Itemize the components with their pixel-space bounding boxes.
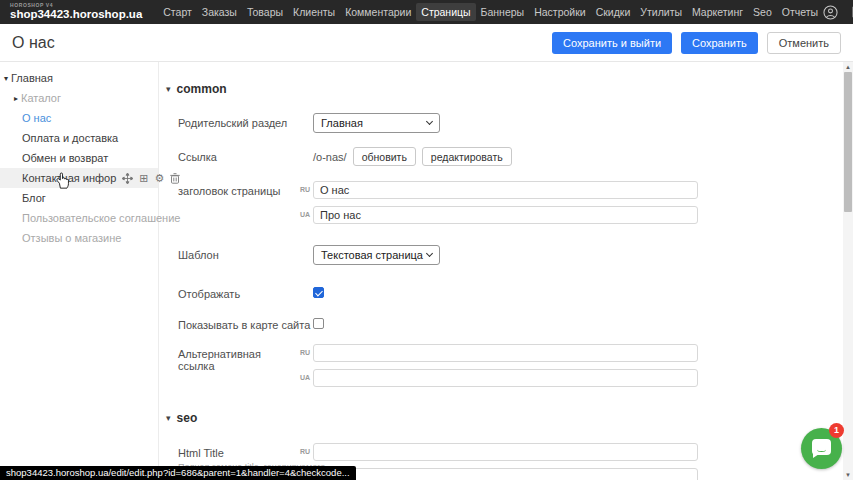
app-window: HOROSHOP V4 shop34423.horoshop.ua Старт … [0,0,853,480]
page-header: О нас Сохранить и выйти Сохранить Отмени… [0,24,853,62]
template-row: Шаблон Текстовая страница [178,245,440,265]
page-title-ua-row: UA [178,206,698,224]
topbar: HOROSHOP V4 shop34423.horoshop.ua Старт … [0,0,853,24]
scroll-up-icon[interactable]: ▲ [843,62,853,72]
chat-bubble-icon [812,439,831,455]
section-seo[interactable]: ▾ seo [166,411,197,425]
sidebar-item-contacts[interactable]: Контактная инфор ⊞ ⚙ [0,168,158,188]
sitemap-label: Показывать в карте сайта [178,315,313,331]
menu-item-clients[interactable]: Клиенты [288,3,340,21]
brand-domain: shop34423.horoshop.ua [10,9,142,21]
display-label: Отображать [178,284,313,300]
link-edit-button[interactable]: редактировать [422,147,512,166]
move-icon[interactable] [122,173,133,184]
lang-ru-tag: RU [296,443,310,455]
sidebar-divider [158,62,159,480]
brand-logo[interactable]: HOROSHOP V4 shop34423.horoshop.ua [10,3,142,21]
alt-link-ru-input[interactable] [313,344,698,362]
settings-icon[interactable]: ⚙ [155,173,165,184]
lang-ua-tag: UA [296,206,310,218]
save-button[interactable]: Сохранить [681,32,758,54]
scrollbar-thumb[interactable] [844,72,852,212]
sitemap-row: Показывать в карте сайта [178,315,324,331]
link-label: Ссылка [178,147,313,163]
section-caret-icon: ▾ [166,84,171,94]
menu-item-comments[interactable]: Комментарии [340,3,416,21]
account-icon[interactable] [823,5,838,20]
sidebar-item-blog[interactable]: Блог [0,188,158,208]
sidebar-item-about[interactable]: О нас [0,108,158,128]
html-title-ru-input[interactable] [313,443,698,461]
display-row: Отображать [178,284,324,300]
delete-icon[interactable] [170,173,180,184]
caret-expanded-icon[interactable]: ▾ [4,74,8,83]
scroll-down-icon[interactable]: ▼ [843,470,853,480]
lang-ru-tag: RU [296,344,310,356]
tree-row-actions: ⊞ ⚙ [122,173,180,184]
sidebar-item-exchange-return[interactable]: Обмен и возврат [0,148,158,168]
parent-section-row: Родительский раздел Главная [178,113,440,133]
add-icon[interactable]: ⊞ [139,173,148,184]
menu-item-discounts[interactable]: Скидки [591,3,636,21]
menu-item-banners[interactable]: Баннеры [476,3,530,21]
sidebar-item-reviews[interactable]: Отзывы о магазине [0,228,158,248]
chat-unread-badge: 1 [829,423,844,438]
parent-section-label: Родительский раздел [178,113,313,129]
template-select[interactable]: Текстовая страница [313,245,440,265]
alt-link-ru-row: Альтернативная ссылка RU [178,344,698,372]
page-title: О нас [12,34,55,52]
save-and-exit-button[interactable]: Сохранить и выйти [552,32,672,54]
page-title-label: заголовок страницы [178,181,296,197]
chevron-down-icon [426,118,433,125]
template-label: Шаблон [178,245,313,261]
page-title-ru-row: заголовок страницы RU [178,181,698,199]
alt-link-label: Альтернативная ссылка [178,344,296,372]
sidebar-item-catalog[interactable]: ▸ Каталог [0,88,158,108]
menu-item-products[interactable]: Товары [242,3,288,21]
menu-item-seo[interactable]: Seo [748,3,777,21]
alt-link-ua-input[interactable] [313,369,698,387]
sidebar-item-terms[interactable]: Пользовательское соглашение [0,208,158,228]
sitemap-checkbox[interactable] [313,318,324,329]
page-title-ua-input[interactable] [313,206,698,224]
topbar-icons [823,5,853,20]
pages-tree-sidebar: ▾ Главная ▸ Каталог О нас Оплата и доста… [0,62,158,480]
browser-status-bar: shop34423.horoshop.ua/edit/edit.php?id=6… [0,466,356,480]
display-checkbox[interactable] [313,287,324,298]
sidebar-item-home[interactable]: ▾ Главная [0,68,158,88]
cancel-button[interactable]: Отменить [767,32,841,54]
alt-link-ua-row: UA [178,369,698,387]
parent-section-select[interactable]: Главная [313,113,440,133]
section-common[interactable]: ▾ common [166,82,227,96]
vertical-scrollbar[interactable]: ▲ ▼ [843,62,853,480]
link-path: /o-nas/ [313,150,347,163]
page-title-ru-input[interactable] [313,181,698,199]
link-refresh-button[interactable]: обновить [353,147,416,166]
caret-collapsed-icon[interactable]: ▸ [14,94,18,103]
menu-item-settings[interactable]: Настройки [529,3,591,21]
chevron-down-icon [426,250,433,257]
chat-widget-button[interactable]: 1 [801,428,843,470]
lang-ua-tag: UA [296,369,310,381]
sidebar-item-payment-delivery[interactable]: Оплата и доставка [0,128,158,148]
menu-item-reports[interactable]: Отчеты [777,3,823,21]
menu-item-marketing[interactable]: Маркетинг [687,3,748,21]
html-title-ua-input[interactable] [313,468,698,480]
page-edit-form: ▾ common Родительский раздел Главная Ссы… [158,62,843,480]
menu-item-orders[interactable]: Заказы [197,3,242,21]
main-menu: Старт Заказы Товары Клиенты Комментарии … [158,3,823,21]
menu-item-utilities[interactable]: Утилиты [635,3,687,21]
header-actions: Сохранить и выйти Сохранить Отменить [552,32,841,54]
lang-ru-tag: RU [296,181,310,193]
section-caret-icon: ▾ [166,413,171,423]
menu-item-pages[interactable]: Страницы [416,3,475,21]
link-row: Ссылка /o-nas/ обновить редактировать [178,147,512,166]
menu-item-start[interactable]: Старт [158,3,197,21]
